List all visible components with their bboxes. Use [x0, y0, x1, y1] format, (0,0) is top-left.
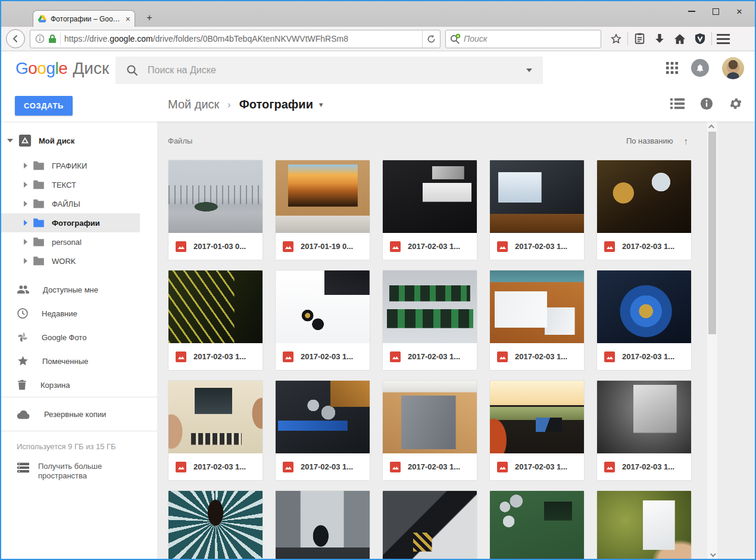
sidebar-item-recent[interactable]: Недавние [1, 301, 157, 325]
close-button[interactable]: × [727, 4, 751, 19]
file-card[interactable]: 2017-02-03 1... [275, 270, 370, 371]
file-card[interactable]: 2017-02-03 1... [489, 380, 585, 481]
sidebar-folder-personal[interactable]: personal [1, 232, 157, 251]
browser-tab[interactable]: Фотографии – Google Диск × [33, 10, 135, 27]
header-right-icons [666, 51, 744, 85]
expand-caret-icon[interactable] [24, 220, 27, 226]
sidebar-item-backups[interactable]: Резервные копии [1, 397, 157, 431]
file-card[interactable]: 2017-02-03 1... [382, 160, 477, 260]
home-button[interactable] [671, 30, 689, 48]
extension-shield-button[interactable] [691, 30, 709, 48]
file-card[interactable] [489, 490, 585, 560]
sidebar-item-my-drive[interactable]: Мой диск [1, 130, 157, 151]
menu-button[interactable] [714, 30, 732, 48]
google-drive-logo[interactable]: GoogleДиск [15, 59, 109, 78]
expand-caret-icon[interactable] [24, 182, 27, 188]
expand-caret-icon[interactable] [24, 239, 27, 245]
file-name: 2017-01-03 0... [193, 242, 246, 251]
sidebar-item-trash[interactable]: Корзина [1, 373, 157, 397]
file-card[interactable] [596, 490, 692, 560]
folder-label: ГРАФИКИ [52, 161, 87, 170]
url-bar[interactable]: https://drive.google.com/drive/folders/0… [30, 30, 441, 48]
url-text[interactable]: https://drive.google.com/drive/folders/0… [64, 34, 418, 43]
expand-caret-icon[interactable] [24, 163, 27, 169]
sidebar-item-starred[interactable]: Помеченные [1, 349, 157, 373]
minimize-button[interactable] [680, 4, 704, 19]
image-file-icon [604, 462, 615, 472]
breadcrumb-current-folder[interactable]: Фотографии [239, 98, 313, 111]
file-card[interactable] [382, 490, 477, 560]
notifications-button[interactable] [691, 59, 709, 77]
file-name: 2017-02-03 1... [622, 352, 674, 361]
file-card[interactable]: 2017-01-03 0... [168, 160, 263, 260]
sidebar-folder-faily[interactable]: ФАЙЛЫ [1, 194, 157, 213]
file-thumbnail [168, 381, 263, 453]
cloud-icon [17, 409, 31, 419]
back-button[interactable] [6, 29, 25, 48]
create-button[interactable]: СОЗДАТЬ [15, 96, 73, 116]
settings-gear-button[interactable] [729, 97, 743, 111]
sidebar-folder-tekst[interactable]: ТЕКСТ [1, 175, 157, 194]
file-card[interactable]: 2017-02-03 1... [596, 270, 692, 371]
back-arrow-icon [11, 34, 20, 43]
user-avatar[interactable] [722, 57, 744, 79]
https-lock-icon[interactable] [48, 34, 57, 43]
list-view-button[interactable] [670, 97, 685, 110]
download-arrow-icon [654, 33, 665, 45]
breadcrumb-my-drive[interactable]: Мой диск [168, 98, 219, 111]
file-card[interactable]: 2017-02-03 1... [489, 160, 585, 260]
file-card[interactable]: 2017-02-03 1... [489, 270, 585, 371]
sidebar-item-shared-with-me[interactable]: Доступные мне [1, 278, 157, 301]
browser-search-box[interactable] [445, 30, 601, 48]
search-icon[interactable] [126, 64, 138, 76]
file-thumbnail [490, 270, 584, 343]
browser-search-input[interactable] [464, 34, 597, 43]
sidebar-folder-fotografii[interactable]: Фотографии [1, 213, 140, 232]
sidebar-folder-work[interactable]: WORK [1, 251, 157, 270]
get-more-storage-button[interactable]: Получить больше пространства [17, 462, 157, 481]
sidebar-item-google-photos[interactable]: Google Фото [1, 325, 157, 349]
bookmarks-panel-button[interactable] [630, 30, 648, 48]
search-engine-icon[interactable] [449, 33, 461, 45]
new-tab-button[interactable]: + [142, 11, 157, 24]
google-apps-grid-icon[interactable] [666, 62, 678, 74]
file-thumbnail [168, 160, 263, 233]
expand-caret-icon[interactable] [24, 258, 27, 264]
expand-caret-icon[interactable] [24, 201, 27, 207]
scrollbar-thumb[interactable] [708, 132, 716, 334]
sort-ascending-icon[interactable]: ↑ [684, 136, 689, 146]
minimize-icon [688, 11, 695, 12]
bookmark-star-button[interactable] [607, 30, 625, 48]
folder-menu-caret-icon[interactable]: ▾ [319, 100, 323, 109]
scroll-up-button[interactable] [707, 122, 717, 131]
file-card[interactable] [275, 490, 370, 560]
collapse-caret-icon[interactable] [7, 139, 13, 142]
downloads-button[interactable] [651, 30, 668, 48]
file-card[interactable]: 2017-02-03 1... [596, 380, 692, 481]
file-card[interactable]: 2017-02-03 1... [596, 160, 692, 260]
sort-label[interactable]: По названию [626, 136, 673, 145]
file-card[interactable]: 2017-02-03 1... [168, 380, 263, 481]
reload-button[interactable] [422, 30, 440, 48]
maximize-icon [713, 8, 719, 15]
search-options-caret-icon[interactable] [526, 69, 532, 72]
page-info-icon[interactable] [35, 34, 45, 43]
drive-search-input[interactable] [148, 65, 517, 76]
content-scrollbar[interactable] [707, 122, 717, 559]
file-card[interactable] [168, 490, 263, 560]
file-card[interactable]: 2017-02-03 1... [382, 380, 477, 481]
scroll-down-button[interactable] [707, 550, 717, 559]
sidebar-item-label: Помеченные [42, 357, 88, 366]
file-card[interactable]: 2017-02-03 1... [382, 270, 477, 371]
details-info-button[interactable] [700, 97, 713, 110]
file-card[interactable]: 2017-02-03 1... [168, 270, 263, 371]
file-card[interactable]: 2017-02-03 1... [275, 380, 370, 481]
sidebar-folder-grafiki[interactable]: ГРАФИКИ [1, 156, 157, 175]
drive-search-bar[interactable] [115, 57, 543, 84]
tab-close-icon[interactable]: × [126, 15, 130, 23]
logo-letter: o [37, 59, 46, 77]
sidebar-sections: Доступные мне Недавние Google Фото Помеч… [1, 278, 157, 397]
sort-control[interactable]: По названию ↑ [626, 136, 688, 146]
maximize-button[interactable] [704, 4, 727, 19]
file-card[interactable]: 2017-01-19 0... [275, 160, 370, 260]
